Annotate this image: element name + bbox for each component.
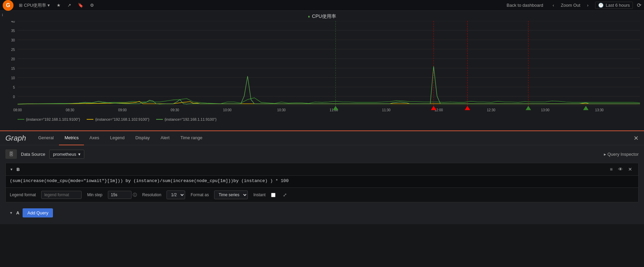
- graph-label: Graph: [5, 134, 26, 143]
- svg-text:13:30: 13:30: [595, 108, 604, 112]
- svg-text:10: 10: [11, 76, 15, 80]
- legend-item-1[interactable]: {instance="192.168.1.101:9100"}: [18, 117, 80, 121]
- save-icon: 🔖: [78, 3, 83, 8]
- tab-general[interactable]: General: [33, 131, 59, 145]
- zoom-next-btn[interactable]: ›: [584, 1, 591, 9]
- datasource-label: Data Source: [21, 152, 45, 157]
- resolution-select[interactable]: 1/2 1/1 1/3: [167, 190, 185, 199]
- legend-color-2: [87, 119, 93, 120]
- svg-text:10:30: 10:30: [277, 108, 286, 112]
- time-range-label: Last 6 hours: [606, 3, 630, 8]
- query-row-b: ▼ B ≡ 👁 ✕ (sum(increase(node_cpu{mode="i…: [5, 163, 639, 202]
- svg-text:30: 30: [11, 38, 15, 42]
- query-b-eye-btn[interactable]: 👁: [616, 166, 625, 173]
- min-step-info-icon: ⓘ: [133, 192, 137, 198]
- datasource-row: 🗄 Data Source prometheus ▾ ▸ Query Inspe…: [5, 149, 639, 159]
- back-to-dashboard-btn[interactable]: Back to dashboard: [504, 1, 546, 9]
- grid-icon-btn[interactable]: ⊞ CPU使用率 ▾: [16, 1, 53, 10]
- chart-title: ♦ CPU使用率: [4, 13, 640, 20]
- tab-legend[interactable]: Legend: [105, 131, 130, 145]
- grafana-logo[interactable]: G: [3, 0, 13, 11]
- database-icon: 🗄: [9, 151, 13, 157]
- tab-alert[interactable]: Alert: [155, 131, 175, 145]
- query-input-b[interactable]: (sum(increase(node_cpu{mode="iowait"}[1m…: [6, 175, 638, 187]
- top-navigation: G ⊞ CPU使用率 ▾ ★ ↗ 🔖 ⚙ Back to dashboard ‹…: [0, 0, 644, 11]
- min-step-input[interactable]: [108, 191, 131, 199]
- query-row-b-actions: ≡ 👁 ✕: [608, 166, 634, 173]
- chart-legend: {instance="192.168.1.101:9100"} {instanc…: [4, 115, 640, 123]
- legend-item-3[interactable]: {instance="192.168.1.11:9100"}: [156, 117, 216, 121]
- eye-icon: 👁: [618, 167, 623, 172]
- svg-text:08:00: 08:00: [13, 108, 22, 112]
- dashboard-name: CPU使用率: [24, 2, 46, 8]
- db-icon-btn[interactable]: 🗄: [5, 149, 17, 159]
- chart-info-icon: i: [2, 13, 3, 17]
- tab-axes[interactable]: Axes: [84, 131, 105, 145]
- svg-marker-39: [583, 106, 588, 110]
- svg-text:09:30: 09:30: [171, 108, 179, 112]
- query-id-a: A: [16, 210, 19, 215]
- svg-text:10:00: 10:00: [223, 108, 232, 112]
- svg-text:11:30: 11:30: [382, 108, 390, 112]
- zoom-out-btn[interactable]: Zoom Out: [558, 1, 583, 9]
- chart-svg-area: 40 35 30 25 20 15 10 5 0 08:00 08:30 09:…: [4, 21, 640, 115]
- zoom-group: ‹ Zoom Out ›: [550, 1, 591, 9]
- bookmark-icon-btn[interactable]: 🔖: [75, 1, 86, 9]
- trash-icon: ✕: [628, 167, 632, 172]
- chart-title-dot: ♦: [308, 14, 310, 19]
- query-b-delete-btn[interactable]: ✕: [626, 166, 634, 173]
- add-query-btn[interactable]: Add Query: [23, 208, 53, 217]
- add-query-row: ▼ A Add Query: [5, 206, 639, 220]
- back-label: Back to dashboard: [507, 3, 543, 8]
- collapse-b-icon[interactable]: ▼: [10, 168, 13, 171]
- expand-query-btn[interactable]: ⤢: [281, 191, 289, 198]
- share-icon: ↗: [67, 3, 71, 8]
- collapse-a-icon[interactable]: ▼: [9, 211, 13, 215]
- instant-label: Instant: [253, 192, 265, 197]
- svg-text:40: 40: [11, 21, 15, 23]
- star-icon: ★: [57, 3, 61, 8]
- svg-text:20: 20: [11, 57, 15, 61]
- gear-icon-btn[interactable]: ⚙: [87, 1, 97, 9]
- svg-marker-38: [526, 106, 531, 110]
- tab-display[interactable]: Display: [130, 131, 155, 145]
- svg-text:5: 5: [13, 86, 15, 89]
- legend-format-input[interactable]: [41, 191, 82, 199]
- tab-timerange[interactable]: Time range: [175, 131, 208, 145]
- legend-label-3: {instance="192.168.1.11:9100"}: [165, 117, 216, 121]
- query-inspector-label: Query Inspector: [608, 152, 639, 157]
- svg-text:35: 35: [11, 29, 15, 33]
- clock-icon: 🕐: [598, 3, 604, 8]
- query-inspector-arrow-icon: ▸: [604, 152, 606, 157]
- query-b-hamburger-btn[interactable]: ≡: [608, 166, 615, 173]
- svg-text:09:00: 09:00: [118, 108, 127, 112]
- instant-checkbox[interactable]: [271, 193, 275, 197]
- query-id-b: B: [17, 167, 20, 172]
- query-inspector-btn[interactable]: ▸ Query Inspector: [604, 152, 639, 157]
- svg-text:13:00: 13:00: [541, 108, 550, 112]
- hamburger-icon: ≡: [610, 167, 613, 172]
- query-options-row: Legend format Min step ⓘ Resolution 1/2 …: [6, 187, 638, 202]
- datasource-value: prometheus: [53, 152, 76, 157]
- svg-text:25: 25: [11, 48, 15, 52]
- legend-color-1: [18, 119, 24, 120]
- star-icon-btn[interactable]: ★: [54, 1, 63, 9]
- chevron-left-icon: ‹: [553, 3, 554, 8]
- chart-title-text: CPU使用率: [312, 13, 336, 20]
- min-step-label: Min step: [87, 192, 102, 197]
- refresh-btn[interactable]: ⟳: [637, 2, 641, 8]
- datasource-select[interactable]: prometheus ▾: [49, 150, 84, 159]
- close-edit-panel-btn[interactable]: ✕: [634, 135, 639, 142]
- refresh-icon: ⟳: [637, 2, 641, 8]
- datasource-chevron-icon: ▾: [78, 152, 81, 157]
- zoom-prev-btn[interactable]: ‹: [550, 1, 557, 9]
- svg-text:12:30: 12:30: [487, 108, 495, 112]
- share-icon-btn[interactable]: ↗: [65, 1, 74, 9]
- format-as-select[interactable]: Time series Table: [214, 190, 248, 199]
- legend-item-2[interactable]: {instance="192.168.1.102:9100"}: [87, 117, 149, 121]
- tab-metrics[interactable]: Metrics: [59, 131, 84, 145]
- legend-color-3: [156, 119, 163, 120]
- svg-text:08:30: 08:30: [66, 108, 74, 112]
- legend-format-label: Legend format: [10, 192, 36, 197]
- time-range-selector[interactable]: 🕐 Last 6 hours: [595, 2, 633, 9]
